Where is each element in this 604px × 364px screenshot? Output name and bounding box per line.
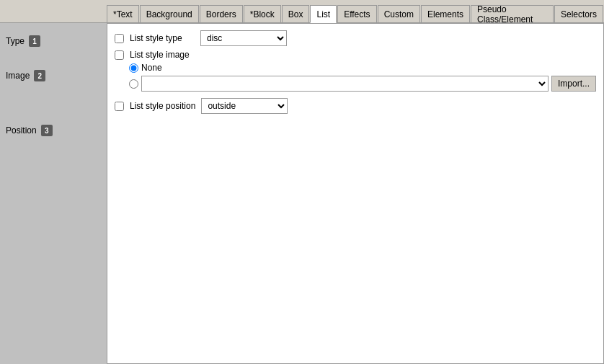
main-panel: List style type disc circle square decim… [107,23,604,364]
tab-background[interactable]: Background [140,5,199,22]
list-style-type-checkbox[interactable] [115,34,124,43]
image-url-row: Import... [129,76,596,92]
tab-bar: *Text Background Borders *Block Box List… [0,0,604,23]
import-button[interactable]: Import... [551,76,596,92]
tab-box[interactable]: Box [282,5,310,22]
type-row: List style type disc circle square decim… [115,30,596,47]
tab-text[interactable]: *Text [107,5,139,22]
sidebar-label-image: Image [6,71,30,81]
sidebar: Type 1 Image 2 Position 3 [0,23,107,364]
sidebar-item-position: Position 3 [0,120,107,141]
image-none-row: None [129,63,596,73]
list-style-image-label: List style image [130,50,195,60]
tab-borders[interactable]: Borders [200,5,243,22]
list-style-position-checkbox[interactable] [115,102,124,111]
list-style-type-label: List style type [130,33,195,43]
tab-list[interactable]: List [310,5,337,23]
list-style-type-dropdown[interactable]: disc circle square decimal lower-alpha u… [200,30,287,46]
image-top-row: List style image [115,50,596,60]
list-style-image-radio-url[interactable] [129,79,138,89]
sidebar-label-type: Type [6,36,25,46]
sidebar-badge-position: 3 [41,125,53,136]
content-area: Type 1 Image 2 Position 3 List style typ… [0,23,604,364]
sidebar-badge-type: 1 [29,35,40,47]
main-container: *Text Background Borders *Block Box List… [0,0,604,364]
sidebar-label-position: Position [6,125,37,136]
list-style-image-radio-none[interactable] [129,63,138,73]
sidebar-item-image: Image 2 [0,65,107,86]
tab-custom[interactable]: Custom [378,5,420,22]
position-row: List style position outside inside [115,97,596,115]
image-section: List style image None Import... [115,50,596,92]
list-style-position-label: List style position [130,101,195,111]
sidebar-badge-image: 2 [34,70,45,81]
sidebar-item-type: Type 1 [0,30,107,52]
tab-selectors[interactable]: Selectors [554,5,603,22]
tab-elements[interactable]: Elements [421,5,470,22]
tab-block[interactable]: *Block [244,5,281,22]
list-style-position-dropdown[interactable]: outside inside [201,98,288,114]
list-style-image-none-label: None [141,63,162,73]
list-style-image-checkbox[interactable] [115,50,124,60]
tab-pseudo[interactable]: Pseudo Class/Element [471,5,554,22]
list-style-image-dropdown[interactable] [141,76,549,92]
tab-effects[interactable]: Effects [337,5,376,22]
